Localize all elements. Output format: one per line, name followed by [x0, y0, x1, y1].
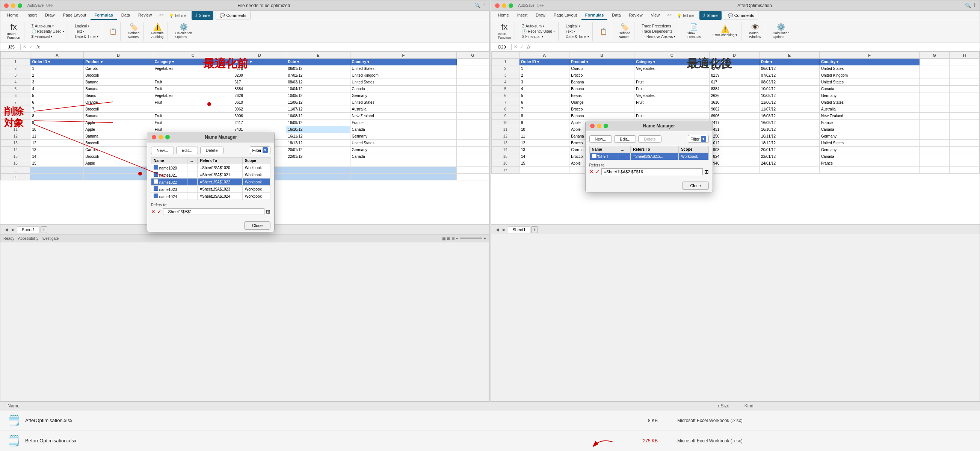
tab-insert-right[interactable]: Insert [514, 11, 531, 20]
zoom-slider-left[interactable] [460, 237, 482, 239]
share-icon-left[interactable]: ⤴ [483, 3, 485, 8]
trace-dependents-btn-right[interactable]: Trace Dependents [640, 29, 676, 34]
tab-pagelayout-left[interactable]: Page Layout [59, 11, 90, 20]
share-icon-right[interactable]: ⤴ [973, 3, 976, 8]
tab-data-right[interactable]: Data [608, 11, 624, 20]
tab-review-left[interactable]: Review [134, 11, 156, 20]
nav-right-btn-right[interactable]: ▸ [501, 226, 507, 233]
col-F-left[interactable]: F [350, 52, 457, 59]
refers-to-input-right[interactable] [601, 168, 703, 175]
cell-ref-right[interactable]: D29 [493, 44, 512, 50]
sheet-tab-sheet1-left[interactable]: Sheet1 [17, 226, 40, 233]
logical-btn-left[interactable]: Logical ▾ [74, 24, 100, 29]
insert-function-btn-right[interactable]: fx InsertFunction [496, 22, 513, 40]
formula-auditing-btn-left[interactable]: ⚠️ FormulaAuditing [150, 23, 165, 40]
col-D-left[interactable]: D [233, 52, 286, 59]
col-F-right[interactable]: F [819, 52, 919, 59]
formula-input-right[interactable] [534, 45, 978, 49]
tab-formulas-right[interactable]: Formulas [581, 11, 608, 20]
sheet-tab-sheet1-right[interactable]: Sheet1 [508, 226, 531, 233]
refers-to-input-left[interactable] [163, 208, 264, 215]
col-E-left[interactable]: E [286, 52, 350, 59]
financial-btn-right[interactable]: $ Financial ▾ [521, 34, 556, 39]
dialog-close-left[interactable] [152, 135, 156, 139]
lookup-btn-right[interactable]: 📋 [599, 22, 609, 41]
share-btn-right[interactable]: ⤴ Share [699, 11, 721, 20]
tell-me-left[interactable]: 💡 Tell me [166, 11, 189, 20]
datetime-btn-right[interactable]: Date & Time ▾ [565, 34, 590, 39]
cell-ref-left[interactable]: J35 [2, 44, 21, 50]
name-row[interactable]: name1021 =Sheet1!$A$1021 Workbook [151, 171, 270, 178]
text-btn-right[interactable]: Text ▾ [565, 29, 590, 34]
new-btn-right[interactable]: New... [589, 135, 612, 143]
new-btn-left[interactable]: New... [151, 147, 174, 154]
remove-arrows-btn-right[interactable]: → Remove Arrows ▾ [640, 34, 676, 39]
name-row[interactable]: name1024 =Sheet1!$A$1024 Workbook [151, 193, 270, 200]
lookup-btn-left[interactable]: 📋 [108, 22, 118, 41]
col-C-left[interactable]: C [153, 52, 233, 59]
nav-left-btn[interactable]: ◂ [3, 226, 10, 233]
dialog-min-left[interactable] [159, 135, 163, 139]
formula-input-left[interactable] [43, 45, 487, 49]
add-sheet-btn-left[interactable]: + [41, 226, 47, 233]
filter-dropdown-right[interactable]: Filter ▾ [688, 135, 708, 143]
close-btn-left[interactable]: Close [244, 222, 270, 229]
edit-btn-right[interactable]: Edit... [614, 135, 636, 143]
filter-dropdown-left[interactable]: Filter ▾ [250, 146, 270, 154]
dialog-min-right[interactable] [597, 124, 601, 128]
calc-options-btn-left[interactable]: ⚙️ CalculationOptions [174, 23, 194, 40]
calc-options-btn-right[interactable]: ⚙️ CalculationOptions [771, 23, 791, 40]
dialog-max-right[interactable] [604, 124, 608, 128]
col-A-left[interactable]: A [30, 52, 84, 59]
fullscreen-button-right[interactable] [509, 3, 513, 8]
name-row-selected[interactable]: name1022 =Sheet1!$A$1022 Workbook [151, 178, 270, 186]
file-item-before[interactable]: 🗒️ BeforeOptimisation.xlsx 275 KB Micros… [0, 431, 980, 451]
delete-btn-right[interactable]: Delete [638, 135, 662, 143]
file-item-after[interactable]: 🗒️ AfterOptimisation.xlsx 8 KB Microsoft… [0, 410, 980, 431]
comment-btn-left[interactable]: 💬 Comments [216, 11, 250, 20]
page-view-icon-left[interactable]: ⊞ [447, 236, 450, 241]
recently-used-btn-left[interactable]: 🕐 Recently Used ▾ [30, 29, 65, 34]
col-A-right[interactable]: A [520, 52, 570, 59]
watch-window-btn-right[interactable]: 👁️ WatchWindow [748, 23, 762, 40]
add-sheet-btn-right[interactable]: + [531, 226, 538, 233]
col-H-right[interactable]: H [950, 52, 980, 59]
zoom-plus-left[interactable]: + [484, 236, 486, 241]
edit-btn-left[interactable]: Edit... [176, 147, 198, 154]
close-button-left[interactable] [4, 3, 9, 8]
col-C-right[interactable]: C [635, 52, 710, 59]
name-row[interactable]: name1020 =Sheet1!$A$1020 Workbook [151, 164, 270, 171]
col-G-left[interactable]: G [457, 52, 489, 59]
minimize-button-right[interactable] [502, 3, 506, 8]
tab-draw-left[interactable]: Draw [41, 11, 59, 20]
tab-draw-right[interactable]: Draw [532, 11, 549, 20]
recently-used-btn-right[interactable]: 🕐 Recently Used ▾ [521, 29, 556, 34]
tab-home-right[interactable]: Home [494, 11, 513, 20]
col-B-left[interactable]: B [84, 52, 153, 59]
logical-btn-right[interactable]: Logical ▾ [565, 24, 590, 29]
dialog-max-left[interactable] [165, 135, 170, 139]
col-G-right[interactable]: G [920, 52, 950, 59]
minimize-button-left[interactable] [11, 3, 15, 8]
fullscreen-button-left[interactable] [18, 3, 22, 8]
tab-view-right[interactable]: View [647, 11, 664, 20]
col-D-right[interactable]: D [709, 52, 759, 59]
dialog-close-right[interactable] [590, 124, 595, 128]
error-checking-btn-right[interactable]: ⚠️ Error-checking ▾ [711, 25, 739, 38]
insert-function-btn-left[interactable]: fx InsertFunction [6, 22, 22, 40]
search-icon-left[interactable]: 🔍 [474, 3, 480, 8]
tab-home-left[interactable]: Home [3, 11, 22, 20]
trace-precedents-btn-right[interactable]: Trace Precedents [640, 24, 676, 29]
financial-btn-left[interactable]: $ Financial ▾ [30, 34, 65, 39]
tab-formulas-left[interactable]: Formulas [91, 11, 117, 20]
close-btn-right[interactable]: Close [682, 182, 708, 190]
show-formulas-btn-right[interactable]: 📄 ShowFormulas [685, 23, 702, 40]
tab-pagelayout-right[interactable]: Page Layout [550, 11, 581, 20]
delete-btn-left[interactable]: Delete [200, 147, 223, 154]
more-tabs-right[interactable]: >> [666, 11, 673, 20]
page-break-icon-left[interactable]: ⊟ [452, 236, 455, 241]
close-button-right[interactable] [495, 3, 500, 8]
tab-review-right[interactable]: Review [625, 11, 646, 20]
col-B-right[interactable]: B [570, 52, 635, 59]
nav-right-btn[interactable]: ▸ [10, 226, 16, 233]
